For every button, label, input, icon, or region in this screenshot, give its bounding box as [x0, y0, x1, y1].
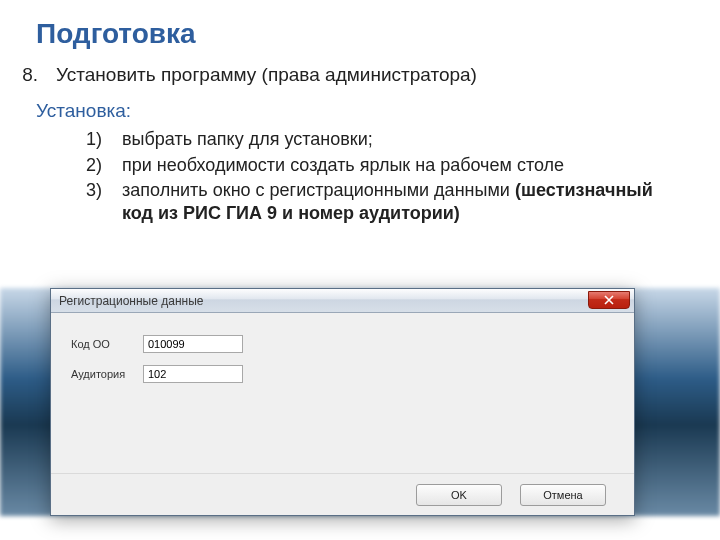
registration-dialog: Регистрационные данные Код ОО Аудитория … [50, 288, 635, 516]
close-button[interactable] [588, 291, 630, 309]
ok-button[interactable]: OK [416, 484, 502, 506]
dialog-title: Регистрационные данные [59, 294, 203, 308]
step-text: Установить программу (права администрато… [56, 64, 477, 86]
list-item: 2) при необходимости создать ярлык на ра… [80, 154, 680, 177]
room-label: Аудитория [71, 368, 143, 380]
dialog-body: Код ОО Аудитория OK Отмена [51, 313, 634, 515]
item-text: при необходимости создать ярлык на рабоч… [122, 154, 680, 177]
item-number: 2) [80, 154, 102, 177]
list-item: 3) заполнить окно с регистрационными дан… [80, 179, 680, 224]
dialog-titlebar[interactable]: Регистрационные данные [51, 289, 634, 313]
item-text-part: заполнить окно с регистрационными данным… [122, 180, 515, 200]
cancel-button[interactable]: Отмена [520, 484, 606, 506]
numbered-step: 8. Установить программу (права администр… [0, 58, 720, 92]
item-text: заполнить окно с регистрационными данным… [122, 179, 680, 224]
install-steps-list: 1) выбрать папку для установки; 2) при н… [0, 128, 720, 224]
code-label: Код ОО [71, 338, 143, 350]
item-number: 1) [80, 128, 102, 151]
step-number: 8. [18, 64, 38, 86]
close-icon [604, 295, 614, 305]
code-row: Код ОО [71, 335, 618, 353]
dialog-button-row: OK Отмена [51, 473, 634, 515]
item-number: 3) [80, 179, 102, 224]
room-input[interactable] [143, 365, 243, 383]
code-input[interactable] [143, 335, 243, 353]
slide-title: Подготовка [0, 0, 720, 58]
spacer [71, 395, 618, 473]
room-row: Аудитория [71, 365, 618, 383]
list-item: 1) выбрать папку для установки; [80, 128, 680, 151]
item-text: выбрать папку для установки; [122, 128, 680, 151]
install-subheading: Установка: [0, 92, 720, 128]
